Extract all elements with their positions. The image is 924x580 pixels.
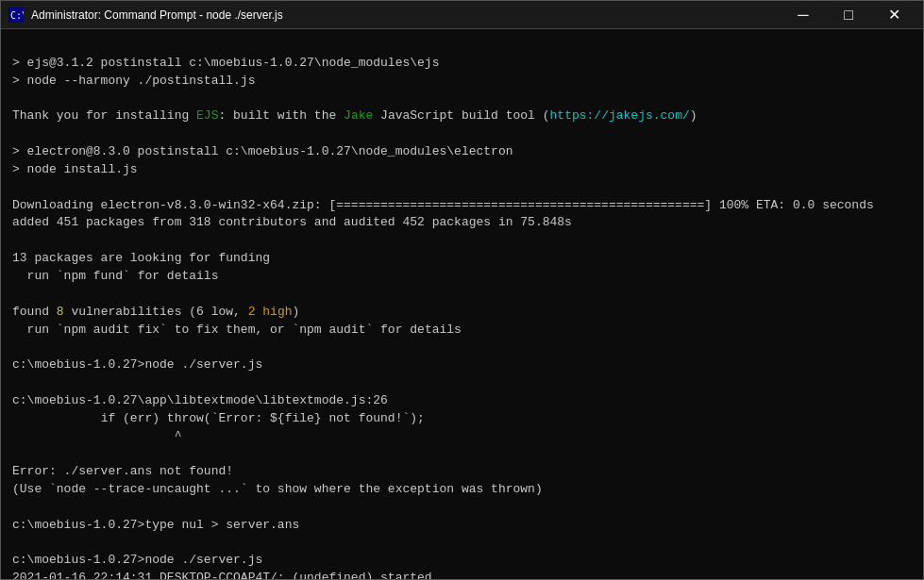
terminal-line: > node install.js: [12, 161, 912, 179]
window-controls: ─ □ ✕: [781, 1, 916, 29]
terminal-line: 13 packages are looking for funding: [12, 250, 912, 268]
terminal-line: c:\moebius-1.0.27>type nul > server.ans: [12, 517, 912, 535]
terminal-line: c:\moebius-1.0.27\app\libtextmode\libtex…: [12, 392, 912, 410]
terminal-line: [12, 37, 912, 55]
close-button[interactable]: ✕: [872, 1, 916, 29]
terminal-line: [12, 125, 912, 143]
terminal-line: run `npm audit fix` to fix them, or `npm…: [12, 322, 912, 340]
terminal-line: [12, 445, 912, 463]
terminal-line: if (err) throw(`Error: ${file} not found…: [12, 410, 912, 428]
terminal-line: Error: ./server.ans not found!: [12, 463, 912, 481]
terminal-line: c:\moebius-1.0.27>node ./server.js: [12, 552, 912, 570]
terminal-line: found 8 vulnerabilities (6 low, 2 high): [12, 304, 912, 322]
terminal-line: [12, 374, 912, 392]
window-title: Administrator: Command Prompt - node ./s…: [31, 8, 283, 22]
terminal-line: > node --harmony ./postinstall.js: [12, 73, 912, 91]
terminal-line: ^: [12, 428, 912, 446]
cmd-icon: C:\: [8, 8, 24, 23]
terminal-line: [12, 179, 912, 197]
window: C:\ Administrator: Command Prompt - node…: [0, 0, 924, 580]
svg-text:C:\: C:\: [10, 10, 24, 21]
minimize-button[interactable]: ─: [781, 1, 825, 29]
terminal-line: Thank you for installing EJS: built with…: [12, 108, 912, 125]
terminal-line: [12, 535, 912, 553]
terminal-line: [12, 286, 912, 304]
terminal-line: added 451 packages from 318 contributors…: [12, 214, 912, 232]
terminal-line: [12, 499, 912, 517]
title-bar: C:\ Administrator: Command Prompt - node…: [1, 1, 923, 29]
terminal-line: 2021-01-16 22:14:31 DESKTOP-CCOAP4T/: (u…: [12, 570, 912, 579]
terminal-line: > ejs@3.1.2 postinstall c:\moebius-1.0.2…: [12, 55, 912, 73]
terminal-line: Downloading electron-v8.3.0-win32-x64.zi…: [12, 197, 912, 215]
terminal-output: > ejs@3.1.2 postinstall c:\moebius-1.0.2…: [1, 29, 923, 579]
maximize-button[interactable]: □: [827, 1, 870, 29]
terminal-line: [12, 232, 912, 250]
terminal-line: run `npm fund` for details: [12, 268, 912, 286]
title-bar-left: C:\ Administrator: Command Prompt - node…: [8, 8, 283, 23]
terminal-line: (Use `node --trace-uncaught ...` to show…: [12, 481, 912, 499]
terminal-line: [12, 339, 912, 356]
terminal-line: c:\moebius-1.0.27>node ./server.js: [12, 356, 912, 374]
terminal-line: [12, 91, 912, 108]
terminal-line: > electron@8.3.0 postinstall c:\moebius-…: [12, 143, 912, 161]
